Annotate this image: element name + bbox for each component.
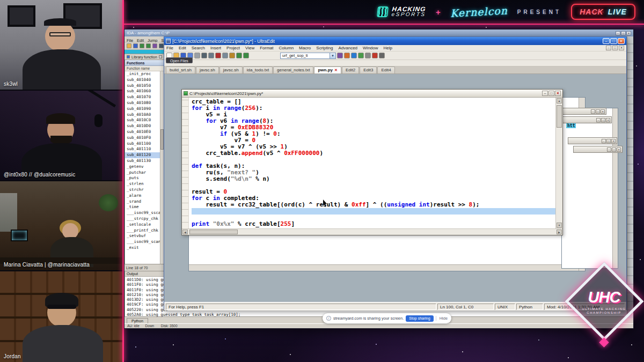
ue-macro-play-icon[interactable]: [372, 53, 378, 58]
function-list-item[interactable]: _setvbuf: [125, 233, 160, 239]
ue-find-icon[interactable]: [201, 53, 207, 58]
ue-menu-format[interactable]: Format: [260, 46, 273, 50]
ida-jump-icon[interactable]: [152, 43, 157, 48]
function-list-item[interactable]: sub_4010D0: [125, 123, 160, 129]
ue-menu-help[interactable]: Help: [384, 46, 392, 50]
window-minimize-icon[interactable]: [607, 147, 611, 152]
background-vscrollbar[interactable]: [612, 108, 618, 268]
ida-python-tab[interactable]: Python: [127, 318, 148, 323]
window-minimize-icon[interactable]: [602, 139, 606, 143]
ue-redo-icon[interactable]: [243, 53, 249, 58]
ue-replace-icon[interactable]: [208, 53, 214, 58]
ida-back-icon[interactable]: [140, 43, 144, 48]
function-list-item[interactable]: _setlocale: [125, 222, 160, 228]
code-line[interactable]: crc_table.append(v5 ^ 0xFF000000): [192, 150, 555, 157]
window-maximize-icon[interactable]: [601, 118, 605, 122]
ue-menu-search[interactable]: Search: [192, 46, 205, 50]
ue-menu-scripting[interactable]: Scripting: [316, 46, 333, 50]
child-minimize-button[interactable]: [606, 46, 611, 50]
function-list-item[interactable]: _time: [125, 204, 160, 210]
tab-general_notes.txt[interactable]: general_notes.txt: [273, 67, 313, 73]
window-minimize-icon[interactable]: [596, 118, 601, 122]
window-minimize-icon[interactable]: [591, 109, 595, 114]
function-list-item[interactable]: sub_4010A0: [125, 112, 160, 118]
tab-javsc.sh[interactable]: javsc.sh: [219, 67, 243, 73]
functions-panel-title[interactable]: Functions: [125, 60, 164, 66]
function-list-item[interactable]: ___printf_chk: [125, 228, 160, 234]
function-list-item[interactable]: sub_401110: [125, 146, 160, 152]
ida-titlebar[interactable]: IDA - amongthem C:\P – □ ✕: [125, 29, 633, 36]
ue-column-mode-icon[interactable]: [365, 53, 371, 58]
ue-function-list-icon[interactable]: [337, 53, 343, 58]
ultraedit-titlebar[interactable]: [C:\Projects\ctf\kernelcon\2021\pwn.py*]…: [164, 37, 626, 45]
function-combobox[interactable]: urf_get_sop_ti: [280, 53, 336, 59]
window-maximize-icon[interactable]: [612, 147, 616, 152]
function-list-item[interactable]: sub_4010E0: [125, 129, 160, 135]
function-list-item[interactable]: _getenv: [125, 164, 160, 170]
ue-copy-icon[interactable]: [222, 53, 228, 58]
function-list-item[interactable]: sub_4010C0: [125, 117, 160, 123]
function-list-item[interactable]: _strlen: [125, 181, 160, 187]
child-close-button[interactable]: [619, 46, 624, 50]
close-button[interactable]: [618, 38, 625, 44]
cascaded-window-titlebar[interactable]: [568, 137, 617, 144]
window-close-icon[interactable]: [601, 109, 605, 114]
document-titlebar[interactable]: C:\Projects\ctf\kernelcon\2021\pwn.py*: [182, 90, 562, 98]
doc-close-button[interactable]: [555, 91, 561, 96]
tab-ida_todo.txt[interactable]: ida_todo.txt: [243, 67, 273, 73]
cascaded-window-titlebar[interactable]: [573, 146, 623, 153]
function-list-item[interactable]: sub_401090: [125, 106, 160, 112]
ida-minimize-button[interactable]: –: [616, 31, 620, 35]
minimize-button[interactable]: [603, 38, 610, 44]
ue-menu-edit[interactable]: Edit: [179, 46, 186, 50]
code-line[interactable]: result = crc32_table[(ord(c) ^ result) &…: [192, 202, 555, 208]
scrollbar-thumb[interactable]: [557, 105, 562, 128]
ue-menu-macro[interactable]: Macro: [299, 46, 311, 50]
scroll-left-icon[interactable]: [182, 230, 188, 234]
doc-minimize-button[interactable]: [542, 91, 548, 96]
function-list-item[interactable]: ___isoc99_sscanf: [125, 210, 160, 216]
ue-print-icon[interactable]: [194, 53, 200, 58]
ue-menu-column[interactable]: Column: [279, 46, 294, 50]
code-line[interactable]: print "0x%x" % crc_table[255]: [192, 221, 555, 227]
ue-paste-icon[interactable]: [229, 53, 235, 58]
open-files-label[interactable]: Open Files: [166, 57, 193, 63]
background-hscrollbar[interactable]: [189, 264, 579, 271]
tab-Edit2[interactable]: Edit2: [342, 67, 359, 73]
ida-maximize-button[interactable]: □: [621, 31, 626, 35]
document-hscrollbar[interactable]: [182, 228, 562, 235]
scrollbar-thumb[interactable]: [189, 230, 238, 234]
functions-scrollbar[interactable]: [160, 71, 164, 264]
tab-build_srt.sh[interactable]: build_srt.sh: [166, 67, 195, 73]
window-close-icon[interactable]: [606, 118, 610, 122]
ue-menu-advanced[interactable]: Advanced: [338, 46, 357, 50]
function-list-item[interactable]: sub_401120: [125, 152, 160, 158]
function-list-item[interactable]: sub_401040: [125, 77, 160, 83]
function-list-item[interactable]: sub_401130: [125, 158, 160, 164]
ue-settings-icon[interactable]: [379, 53, 385, 58]
doc-maximize-button[interactable]: [548, 91, 554, 96]
function-list-item[interactable]: sub_401100: [125, 141, 160, 147]
function-list-item[interactable]: _strchr: [125, 187, 160, 193]
ue-cut-icon[interactable]: [215, 53, 221, 58]
ida-open-icon[interactable]: [127, 43, 131, 48]
ue-browser-icon[interactable]: [351, 53, 357, 58]
ue-word-wrap-icon[interactable]: [358, 53, 364, 58]
window-maximize-icon[interactable]: [606, 139, 611, 143]
ue-menu-window[interactable]: Window: [363, 46, 378, 50]
tab-Edit4[interactable]: Edit4: [377, 67, 394, 73]
function-name-column-header[interactable]: Function name: [125, 66, 164, 71]
function-list-item[interactable]: sub_4010F0: [125, 135, 160, 141]
close-tab-icon[interactable]: [333, 68, 338, 72]
hide-button[interactable]: Hide: [436, 316, 448, 321]
code-line[interactable]: [192, 182, 555, 189]
ida-close-button[interactable]: ✕: [626, 31, 631, 35]
window-close-icon[interactable]: [617, 147, 621, 152]
scroll-up-icon[interactable]: [557, 98, 562, 104]
function-list-item[interactable]: ___strcpy_chk: [125, 216, 160, 222]
scroll-right-icon[interactable]: [557, 230, 562, 234]
ida-save-icon[interactable]: [133, 43, 138, 48]
code-lines[interactable]: crc_table = []for i in range(256): v5 = …: [189, 98, 555, 228]
ida-forward-icon[interactable]: [146, 43, 151, 48]
ue-html-icon[interactable]: [344, 53, 350, 58]
